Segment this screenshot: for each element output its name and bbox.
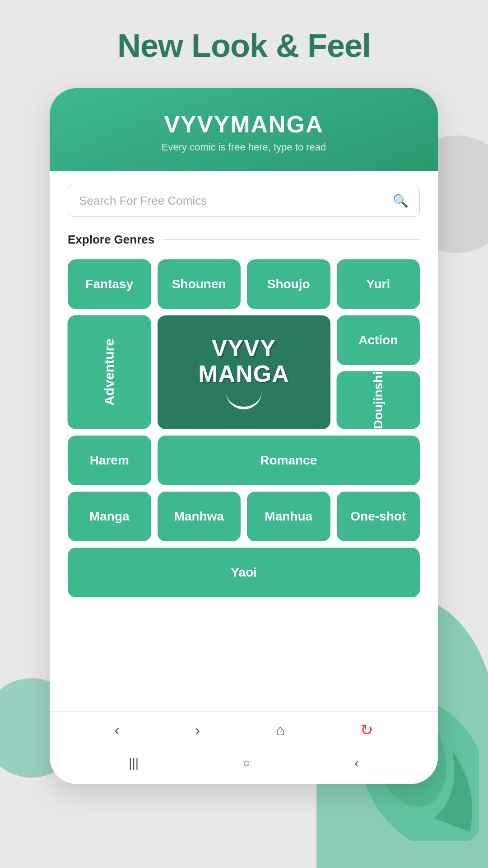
genre-yaoi[interactable]: Yaoi	[68, 548, 420, 597]
smile-icon	[226, 391, 262, 409]
genre-yuri[interactable]: Yuri	[337, 259, 420, 309]
genre-manhua[interactable]: Manhua	[247, 492, 330, 541]
sys-back-icon[interactable]: ‹	[354, 756, 358, 770]
app-header: VYVYMANGA Every comic is free here, type…	[50, 88, 438, 171]
app-body: Search For Free Comics 🔍 Explore Genres …	[50, 171, 438, 711]
genre-shounen[interactable]: Shounen	[158, 259, 241, 309]
nav-bar: ‹ › ⌂ ↻	[50, 711, 438, 748]
genre-doujinshi[interactable]: Doujinshi	[337, 371, 420, 429]
genre-adventure[interactable]: Adventure	[68, 315, 151, 429]
app-subtitle: Every comic is free here, type to read	[63, 141, 424, 153]
genre-harem[interactable]: Harem	[68, 436, 151, 485]
sys-menu-icon[interactable]: |||	[129, 756, 139, 770]
system-nav: ||| ○ ‹	[50, 748, 438, 784]
explore-label: Explore Genres	[68, 233, 154, 247]
genre-oneshot[interactable]: One-shot	[337, 492, 420, 541]
genre-action[interactable]: Action	[337, 315, 420, 365]
genre-romance[interactable]: Romance	[158, 436, 420, 485]
search-bar[interactable]: Search For Free Comics 🔍	[68, 185, 420, 217]
logo-line2: MANGA	[198, 361, 289, 387]
genre-shoujo[interactable]: Shoujo	[247, 259, 330, 309]
genre-fantasy[interactable]: Fantasy	[68, 259, 151, 309]
nav-back-button[interactable]: ‹	[115, 721, 120, 739]
explore-divider	[163, 239, 420, 240]
phone-frame: VYVYMANGA Every comic is free here, type…	[50, 88, 438, 784]
search-placeholder: Search For Free Comics	[79, 194, 393, 208]
logo-line1: VYVY	[212, 335, 276, 361]
nav-home-button[interactable]: ⌂	[276, 721, 285, 739]
explore-header: Explore Genres	[68, 233, 420, 247]
sys-home-icon[interactable]: ○	[243, 756, 251, 770]
nav-refresh-button[interactable]: ↻	[360, 721, 373, 739]
genre-manhwa[interactable]: Manhwa	[158, 492, 241, 541]
page-title: New Look & Feel	[0, 27, 488, 64]
genre-grid: Fantasy Shounen Shoujo Yuri Adventure VY…	[68, 259, 420, 597]
app-name: VYVYMANGA	[63, 111, 424, 138]
nav-forward-button[interactable]: ›	[195, 721, 200, 739]
genre-manga[interactable]: Manga	[68, 492, 151, 541]
genre-vyvymanga-logo[interactable]: VYVY MANGA	[158, 315, 330, 429]
search-icon: 🔍	[393, 193, 409, 208]
